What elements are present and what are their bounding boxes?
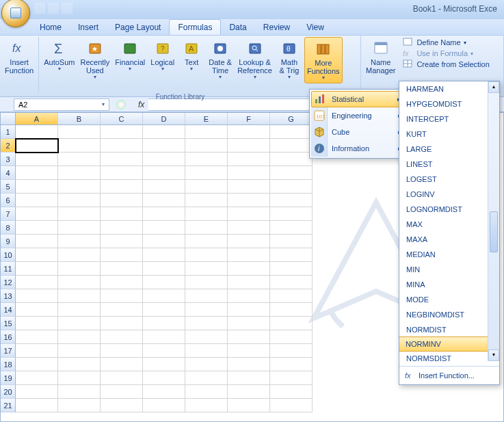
cell[interactable]	[101, 330, 143, 344]
cell[interactable]	[228, 289, 270, 303]
cell[interactable]	[185, 139, 228, 153]
cell[interactable]	[16, 248, 58, 262]
row-header[interactable]: 20	[1, 385, 16, 399]
cell[interactable]	[228, 371, 270, 385]
cell[interactable]	[270, 371, 313, 385]
cell[interactable]	[16, 276, 58, 289]
cell[interactable]	[16, 371, 58, 385]
stat-item-lognormdist[interactable]: LOGNORMDIST	[399, 202, 499, 217]
cell[interactable]	[58, 385, 101, 399]
cell[interactable]	[270, 262, 313, 276]
cell[interactable]	[16, 317, 58, 330]
cell[interactable]	[228, 207, 270, 221]
cell[interactable]	[143, 303, 185, 317]
logical-button[interactable]: ? Logical▾	[148, 37, 176, 74]
cell[interactable]	[185, 371, 228, 385]
cell[interactable]	[270, 166, 313, 180]
cell[interactable]	[58, 153, 101, 166]
insert-function-button[interactable]: fx Insert Function	[3, 37, 36, 76]
cell[interactable]	[101, 248, 143, 262]
cell[interactable]	[143, 344, 185, 358]
stat-item-logest[interactable]: LOGEST	[399, 172, 499, 187]
cell[interactable]	[185, 207, 228, 221]
cell[interactable]	[185, 166, 228, 180]
cell[interactable]	[58, 221, 101, 235]
cell[interactable]	[58, 276, 101, 289]
cell[interactable]	[101, 289, 143, 303]
column-header[interactable]: F	[228, 113, 270, 125]
use-in-formula-button[interactable]: fx Use in Formula▾	[401, 48, 490, 59]
cell[interactable]	[101, 125, 143, 139]
cell[interactable]	[101, 276, 143, 289]
column-header[interactable]: B	[58, 113, 101, 125]
cell[interactable]	[185, 194, 228, 207]
cell[interactable]	[143, 276, 185, 289]
row-header[interactable]: 16	[1, 330, 16, 344]
cell[interactable]	[228, 153, 270, 166]
cell[interactable]	[228, 317, 270, 330]
cell[interactable]	[16, 221, 58, 235]
stat-item-norminv[interactable]: NORMINV	[399, 337, 499, 352]
cell[interactable]	[228, 385, 270, 399]
cell[interactable]	[143, 139, 185, 153]
row-header[interactable]: 12	[1, 276, 16, 289]
scrollbar-thumb[interactable]	[490, 211, 498, 252]
cell[interactable]	[143, 166, 185, 180]
cell[interactable]	[185, 330, 228, 344]
row-header[interactable]: 8	[1, 221, 16, 235]
math-trig-button[interactable]: θ Math & Trig▾	[276, 37, 303, 82]
scroll-down-icon[interactable]: ▾	[488, 350, 499, 361]
tab-home[interactable]: Home	[31, 20, 70, 35]
cell[interactable]	[58, 358, 101, 371]
lookup-reference-button[interactable]: Lookup & Reference▾	[235, 37, 274, 82]
cell[interactable]	[270, 344, 313, 358]
tab-page-layout[interactable]: Page Layout	[107, 20, 169, 35]
stat-item-maxa[interactable]: MAXA	[399, 232, 499, 247]
cell[interactable]	[185, 289, 228, 303]
cell[interactable]	[16, 262, 58, 276]
cell[interactable]	[101, 371, 143, 385]
cell[interactable]	[185, 180, 228, 194]
cell[interactable]	[143, 385, 185, 399]
cell[interactable]	[58, 180, 101, 194]
cell[interactable]	[16, 399, 58, 412]
cell[interactable]	[270, 207, 313, 221]
cell[interactable]	[270, 385, 313, 399]
office-button[interactable]	[1, 0, 30, 27]
cell[interactable]	[101, 262, 143, 276]
cell[interactable]	[143, 235, 185, 248]
tab-review[interactable]: Review	[255, 20, 298, 35]
row-header[interactable]: 21	[1, 399, 16, 412]
menu-item-engineering[interactable]: 101 Engineering	[311, 107, 407, 124]
cell[interactable]	[58, 303, 101, 317]
stat-item-linest[interactable]: LINEST	[399, 157, 499, 172]
cell[interactable]	[185, 125, 228, 139]
row-header[interactable]: 4	[1, 166, 16, 180]
cell[interactable]	[185, 235, 228, 248]
cell[interactable]	[101, 207, 143, 221]
cell[interactable]	[16, 358, 58, 371]
cell[interactable]	[58, 330, 101, 344]
cell[interactable]	[185, 248, 228, 262]
row-header[interactable]: 9	[1, 235, 16, 248]
stat-item-kurt[interactable]: KURT	[399, 127, 499, 142]
column-header[interactable]: C	[101, 113, 143, 125]
stat-item-negbinomdist[interactable]: NEGBINOMDIST	[399, 307, 499, 322]
qat-undo-icon[interactable]	[48, 3, 59, 14]
cell[interactable]	[185, 399, 228, 412]
cell[interactable]	[143, 153, 185, 166]
row-header[interactable]: 18	[1, 358, 16, 371]
scroll-up-icon[interactable]: ▴	[488, 81, 499, 93]
cell[interactable]	[228, 262, 270, 276]
cell[interactable]	[101, 139, 143, 153]
cell[interactable]	[228, 344, 270, 358]
cell[interactable]	[58, 235, 101, 248]
cell[interactable]	[16, 153, 58, 166]
cell[interactable]	[228, 303, 270, 317]
cell[interactable]	[270, 153, 313, 166]
cell[interactable]	[143, 125, 185, 139]
cell[interactable]	[16, 235, 58, 248]
cell[interactable]	[16, 207, 58, 221]
stat-item-intercept[interactable]: INTERCEPT	[399, 111, 499, 127]
cell[interactable]	[185, 317, 228, 330]
